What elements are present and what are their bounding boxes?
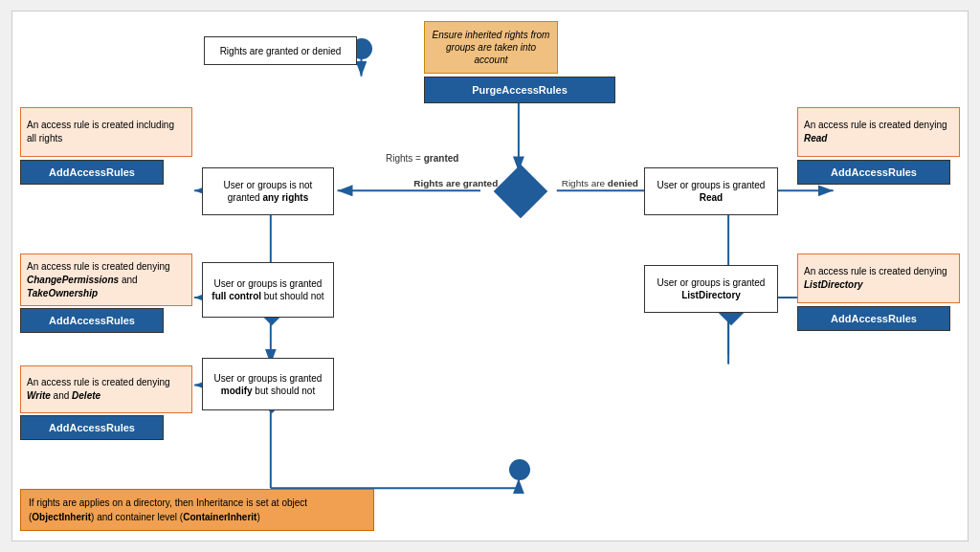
left-btn-3: AddAccessRules: [20, 415, 164, 440]
end-circle: [509, 459, 530, 480]
svg-text:Rights are granted: Rights are granted: [413, 178, 498, 188]
right-note-1: An access rule is created denying Read: [797, 107, 960, 157]
list-directory-box: User or groups is granted ListDirectory: [644, 265, 778, 313]
modify-box: User or groups is granted modify but sho…: [202, 358, 334, 410]
purge-note-box: Ensure inherited rights from groups are …: [424, 21, 558, 74]
svg-text:Rights are denied: Rights are denied: [562, 178, 638, 188]
rights-granted-label: Rights = granted: [386, 153, 458, 164]
right-btn-2: AddAccessRules: [797, 306, 950, 331]
no-rights-box: User or groups is not granted any rights: [202, 167, 334, 215]
granted-read-box: User or groups is granted Read: [644, 167, 778, 215]
right-btn-1: AddAccessRules: [797, 160, 950, 185]
diagram-container: Rights are granted Rights are denied Rig…: [11, 11, 969, 541]
left-note-1: An access rule is created including all …: [20, 107, 192, 157]
left-note-2: An access rule is created denying Change…: [20, 254, 192, 306]
main-diamond: [494, 165, 548, 219]
full-control-box: User or groups is granted full control b…: [202, 262, 334, 318]
left-note-3: An access rule is created denying Write …: [20, 365, 192, 413]
right-note-2: An access rule is created denying ListDi…: [797, 254, 960, 303]
start-label-box: Rights are granted or denied: [204, 36, 357, 65]
purge-access-rules-box: PurgeAccessRules: [424, 77, 615, 103]
bottom-note: If rights are applies on a directory, th…: [20, 489, 374, 531]
left-btn-2: AddAccessRules: [20, 308, 164, 333]
left-btn-1: AddAccessRules: [20, 160, 164, 185]
